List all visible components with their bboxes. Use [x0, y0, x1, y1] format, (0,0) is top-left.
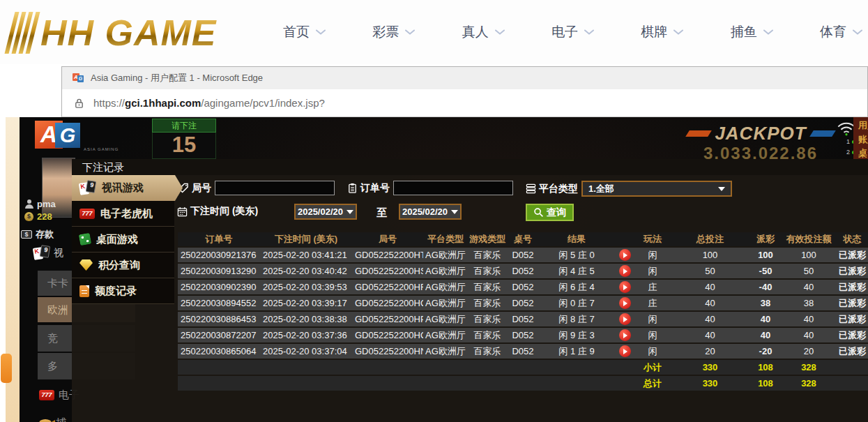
date-to-select[interactable]: 2025/02/20	[399, 204, 462, 220]
cell-valid: 20	[781, 344, 837, 359]
col-bet: 总投注	[670, 232, 750, 246]
floating-side-button[interactable]	[1, 354, 12, 383]
bet-records-table: 订单号 下注时间 (美东) 局号 平台类型 游戏类型 桌号 结果 玩法 总投注 …	[178, 231, 868, 392]
subtotal-row-cell	[837, 360, 868, 375]
account-username-label: 用户名称	[858, 119, 868, 133]
menu-item-points-query[interactable]: 积分查询	[72, 253, 174, 278]
cell-table_no: D052	[507, 312, 539, 326]
search-button[interactable]: 查询	[526, 204, 574, 221]
total-row-cell: 328	[781, 376, 837, 391]
round-number-input[interactable]	[215, 181, 335, 195]
menu-item-credit-records[interactable]: 额度记录	[72, 278, 174, 304]
order-number-label: 订单号	[347, 182, 390, 195]
cell-result: 闲 5 庄 0	[539, 248, 614, 262]
cell-round: GD052252200HP	[352, 312, 423, 326]
cell-platform: AG欧洲厅	[423, 296, 468, 310]
total-row: 总计330108328	[178, 376, 868, 391]
account-balance-label: 账户余额	[858, 133, 868, 146]
cell-round: GD052252200HT	[352, 248, 423, 262]
cell-play: 闲	[635, 344, 670, 359]
cell-order: 250220030865064	[178, 344, 260, 359]
order-number-input[interactable]	[393, 181, 513, 195]
nav-item-slots[interactable]: 电子	[551, 23, 594, 41]
cell-game: 百家乐	[468, 344, 507, 359]
bet-countdown: 请下注 15	[152, 119, 216, 159]
cell-order: 250220030902390	[178, 280, 260, 294]
search-icon	[533, 207, 544, 218]
play-video-icon[interactable]	[619, 297, 631, 309]
nav-item-live[interactable]: 真人	[462, 23, 505, 41]
cell-order: 250220030913290	[178, 264, 260, 278]
col-result: 结果	[539, 232, 614, 246]
cell-platform: AG欧洲厅	[423, 344, 468, 359]
cell-table_no: D052	[507, 328, 539, 342]
user-icon	[24, 199, 33, 209]
cell-time: 2025-02-20 03:39:17	[260, 296, 352, 310]
cell-play: 庄	[635, 296, 670, 310]
browser-titlebar[interactable]: AG Asia Gaming - 用户配置 1 - Microsoft Edge	[61, 66, 868, 89]
dice-icon	[79, 233, 92, 246]
cell-status: 已派彩	[837, 280, 868, 294]
browser-window-title: Asia Gaming - 用户配置 1 - Microsoft Edge	[91, 72, 263, 84]
play-video-cell	[614, 328, 635, 342]
cell-time: 2025-02-20 03:41:21	[260, 248, 352, 262]
slot-777-icon: 777	[79, 209, 95, 219]
menu-item-video-games[interactable]: K9 视讯游戏	[72, 175, 183, 201]
col-time: 下注时间 (美东)	[260, 232, 352, 246]
table-row: 2502200309213762025-02-20 03:41:21GD0522…	[178, 248, 868, 262]
chevron-down-icon	[495, 29, 505, 36]
cell-time: 2025-02-20 03:39:53	[260, 280, 352, 294]
play-video-cell	[614, 344, 635, 359]
cell-result: 闲 4 庄 5	[539, 264, 614, 278]
cell-platform: AG欧洲厅	[423, 264, 468, 278]
date-from-select[interactable]: 2025/02/20	[294, 204, 357, 220]
site-logo[interactable]: HH GAME	[10, 6, 217, 60]
play-video-icon[interactable]	[619, 345, 631, 357]
nav-item-sports[interactable]: 体育	[820, 23, 862, 41]
table-row: 2502200308864532025-02-20 03:38:38GD0522…	[178, 312, 868, 326]
url-text[interactable]: https://gci.1hhapi.com/agingame/pcv1/ind…	[93, 97, 325, 109]
col-status: 状态	[837, 232, 868, 246]
play-video-icon[interactable]	[619, 265, 631, 277]
subtotal-row-cell: 330	[670, 360, 750, 375]
countdown-label: 请下注	[152, 119, 216, 133]
cell-payout: 40	[750, 328, 781, 342]
jackpot-label: JACKPOT	[715, 123, 806, 144]
nav-item-cards[interactable]: 棋牌	[641, 23, 683, 41]
play-video-icon[interactable]	[619, 281, 631, 293]
browser-urlbar[interactable]: https://gci.1hhapi.com/agingame/pcv1/ind…	[61, 89, 868, 117]
cell-payout: 100	[750, 248, 781, 262]
playing-cards-icon: K9	[79, 181, 96, 196]
play-video-icon[interactable]	[619, 313, 631, 325]
cell-game: 百家乐	[468, 248, 507, 262]
play-video-icon[interactable]	[619, 329, 631, 341]
nav-item-lottery[interactable]: 彩票	[372, 23, 415, 41]
menu-item-table-games[interactable]: 桌面游戏	[72, 227, 174, 253]
play-video-cell	[614, 280, 635, 294]
platform-type-select[interactable]: 1.全部	[581, 181, 732, 197]
cell-table_no: D052	[507, 296, 539, 310]
cell-game: 百家乐	[468, 312, 507, 326]
cell-platform: AG欧洲厅	[423, 248, 468, 262]
total-row-cell	[837, 376, 868, 391]
cell-play: 闲	[635, 312, 670, 326]
cell-play: 闲	[635, 328, 670, 342]
calendar-icon	[177, 206, 188, 217]
round-number-label: 局号	[178, 182, 211, 195]
site-header: HH GAME 首页 彩票 真人 电子 棋牌 捕鱼 体育	[0, 0, 868, 64]
nav-item-fishing[interactable]: 捕鱼	[731, 23, 773, 41]
cell-game: 百家乐	[468, 328, 507, 342]
clipboard-icon	[347, 183, 358, 193]
cell-time: 2025-02-20 03:38:38	[260, 312, 352, 326]
subtotal-row-cell: 小计	[635, 360, 670, 375]
cell-payout: -20	[750, 344, 781, 359]
document-icon	[79, 285, 89, 297]
cell-bet: 40	[670, 296, 750, 310]
nav-item-home[interactable]: 首页	[283, 23, 326, 41]
chevron-down-icon	[763, 29, 773, 36]
cell-bet: 20	[670, 344, 750, 359]
cell-table_no: D052	[507, 280, 539, 294]
menu-item-slots[interactable]: 777 电子老虎机	[72, 201, 174, 227]
table-row: 2502200308945522025-02-20 03:39:17GD0522…	[178, 296, 868, 310]
play-video-icon[interactable]	[619, 249, 631, 261]
